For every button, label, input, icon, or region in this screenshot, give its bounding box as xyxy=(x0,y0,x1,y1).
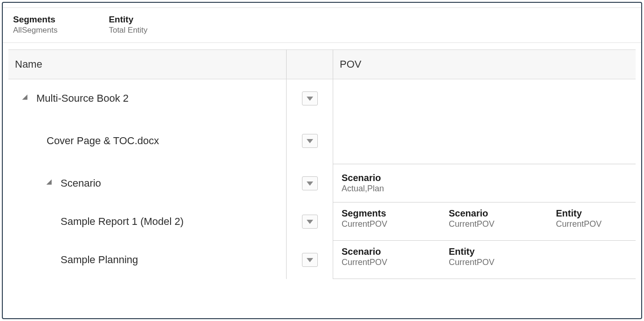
pov-item-entity[interactable]: Entity CurrentPOV xyxy=(556,208,621,229)
pov-item-label: Entity xyxy=(556,208,621,219)
tree-node-label: Cover Page & TOC.docx xyxy=(47,135,159,147)
caret-down-icon xyxy=(307,181,313,186)
row-actions-menu-button[interactable] xyxy=(302,176,318,190)
tree-row-report[interactable]: Sample Report 1 (Model 2) xyxy=(8,202,287,241)
pov-item-value: CurrentPOV xyxy=(342,219,407,229)
tree-node-label: Sample Report 1 (Model 2) xyxy=(61,216,184,228)
tree-grid: Name POV Multi-Source Book 2 Cover Page … xyxy=(8,49,636,279)
pov-item-entity[interactable]: Entity CurrentPOV xyxy=(449,246,514,267)
pov-item-label: Segments xyxy=(342,208,407,219)
pov-item-label: Entity xyxy=(449,246,514,257)
pov-item-scenario[interactable]: Scenario Actual,Plan xyxy=(342,173,407,194)
column-header-pov: POV xyxy=(333,49,636,79)
row-actions-menu-button[interactable] xyxy=(302,134,318,148)
expand-icon[interactable] xyxy=(47,180,55,188)
pov-item-label: Scenario xyxy=(342,246,407,257)
actions-cell xyxy=(287,241,333,279)
column-header-label: POV xyxy=(340,58,361,70)
pov-item-label: Scenario xyxy=(342,173,407,183)
column-header-actions xyxy=(287,49,333,79)
dimension-label: Entity xyxy=(109,14,147,25)
column-header-name: Name xyxy=(8,49,287,79)
pov-cell-empty xyxy=(333,118,636,164)
pov-item-value: CurrentPOV xyxy=(449,258,514,267)
dimension-label: Segments xyxy=(13,14,57,25)
caret-down-icon xyxy=(307,258,313,262)
pov-item-value: Actual,Plan xyxy=(342,184,407,194)
actions-cell xyxy=(287,164,333,202)
column-header-label: Name xyxy=(15,58,42,70)
pov-cell: Segments CurrentPOV Scenario CurrentPOV … xyxy=(333,202,636,241)
pov-item-segments[interactable]: Segments CurrentPOV xyxy=(342,208,407,229)
pov-dimension-entity[interactable]: Entity Total Entity xyxy=(109,14,147,35)
pov-item-value: CurrentPOV xyxy=(342,258,407,267)
tree-node-label: Multi-Source Book 2 xyxy=(36,92,129,105)
pov-item-value: CurrentPOV xyxy=(556,219,621,229)
content-area: Name POV Multi-Source Book 2 Cover Page … xyxy=(3,43,641,286)
expand-icon[interactable] xyxy=(22,95,30,103)
pov-cell: Scenario CurrentPOV Entity CurrentPOV xyxy=(333,241,636,279)
pov-item-label: Scenario xyxy=(449,208,514,219)
actions-cell xyxy=(287,118,333,164)
tree-row-doc[interactable]: Cover Page & TOC.docx xyxy=(8,118,287,164)
caret-down-icon xyxy=(307,139,313,143)
tree-row-planning[interactable]: Sample Planning xyxy=(8,241,287,279)
actions-cell xyxy=(287,79,333,118)
pov-dimension-segments[interactable]: Segments AllSegments xyxy=(13,14,57,35)
tree-node-label: Scenario xyxy=(61,177,101,189)
row-actions-menu-button[interactable] xyxy=(302,91,318,105)
pov-item-scenario[interactable]: Scenario CurrentPOV xyxy=(449,208,514,229)
pov-cell: Scenario Actual,Plan xyxy=(333,164,636,202)
tree-node-label: Sample Planning xyxy=(61,254,138,266)
actions-cell xyxy=(287,202,333,241)
app-frame: Segments AllSegments Entity Total Entity… xyxy=(2,2,642,319)
row-actions-menu-button[interactable] xyxy=(302,215,318,229)
dimension-value: AllSegments xyxy=(13,26,57,35)
pov-bar: Segments AllSegments Entity Total Entity xyxy=(3,7,641,43)
pov-cell-empty xyxy=(333,79,636,118)
dimension-value: Total Entity xyxy=(109,26,147,35)
caret-down-icon xyxy=(307,97,313,101)
pov-item-scenario[interactable]: Scenario CurrentPOV xyxy=(342,246,407,267)
tree-row-scenario[interactable]: Scenario xyxy=(8,164,287,202)
pov-item-value: CurrentPOV xyxy=(449,219,514,229)
row-actions-menu-button[interactable] xyxy=(302,253,318,267)
tree-row-book[interactable]: Multi-Source Book 2 xyxy=(8,79,287,118)
caret-down-icon xyxy=(307,220,313,224)
